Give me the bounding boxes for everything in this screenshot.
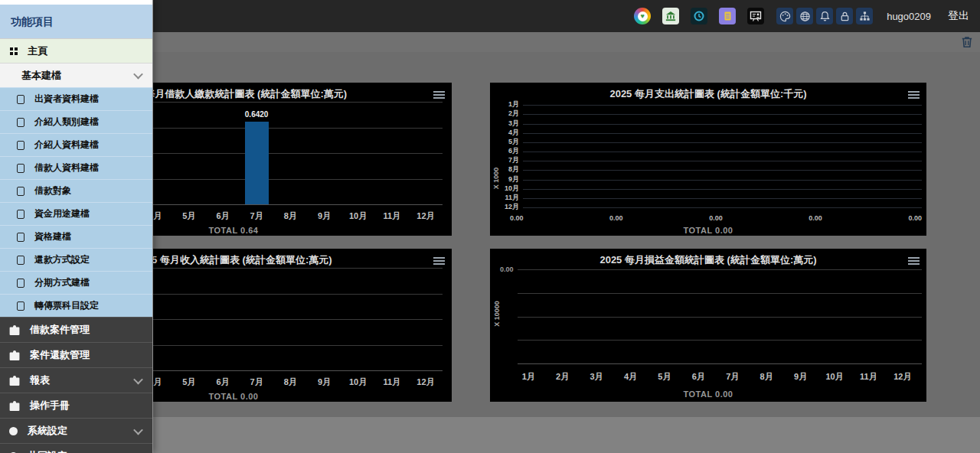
sidebar-submenu: 出資者資料建檔介紹人類別建檔介紹人資料建檔借款人資料建檔借款對象資金用途建檔資格… [0,87,152,317]
category-row: 11月 [498,191,922,200]
bar-slot [375,102,409,204]
clock-app-icon[interactable] [691,8,707,24]
month-label: 7月 [240,210,273,222]
sidebar-item-共同設定[interactable]: 共同設定 [0,443,152,453]
x-tick-label: 0.00 [908,214,922,222]
month-label: 10月 [341,376,375,388]
month-label: 8月 [750,371,783,383]
logout-button[interactable]: 登出 [948,9,969,23]
sitemap-icon[interactable] [856,8,873,24]
month-label: 11月 [375,376,409,388]
grid-icon [10,47,18,55]
month-label: 5月 [172,376,206,388]
chevron-down-icon [133,374,143,384]
row-gridline [523,124,922,125]
x-tick-label: 0.00 [709,214,723,222]
gridline [518,269,922,270]
trash-icon[interactable] [960,35,974,49]
form-icon [17,233,24,242]
chart-title: 2025 每月損益金額統計圖表 (統計金額單位:萬元) [490,253,926,267]
month-label: 3月 [580,371,613,383]
category-row: 12月 [498,200,922,210]
category-label: 12月 [498,204,523,210]
chart-panel-monthly-profit: 2025 每月損益金額統計圖表 (統計金額單位:萬元) 0.00 X 10000… [490,249,926,402]
sidebar-item-label: 還款方式設定 [34,253,90,266]
month-label: 9月 [783,371,817,383]
row-gridline [523,133,922,134]
bar-slot [409,268,443,370]
x-tick-label: 0.00 [510,214,524,222]
form-icon [17,301,24,311]
month-label: 9月 [307,210,341,222]
briefcase-icon [9,401,20,411]
bar-slot [206,102,240,204]
form-icon [17,256,24,265]
sidebar-submenu-item[interactable]: 介紹人類別建檔 [0,110,152,133]
month-label: 12月 [409,210,443,222]
bar-slot [206,268,240,370]
bar-slot [172,102,206,204]
sidebar-item-label: 案件還款管理 [30,348,90,362]
sidebar-menu: 功能項目 主頁 基本建檔 出資者資料建檔介紹人類別建檔介紹人資料建檔借款人資料建… [0,0,153,453]
lock-icon[interactable] [836,8,853,24]
heart-swirl-logo-icon[interactable]: ♥ [634,8,651,24]
hamburger-menu-icon[interactable] [908,256,920,266]
form-icon [17,141,24,150]
bar-slot [409,102,443,204]
month-label: 1月 [511,371,545,383]
month-label: 6月 [206,210,240,222]
sidebar-sections: 借款案件管理案件還款管理報表操作手冊系統設定共同設定 [0,317,152,453]
hamburger-menu-icon[interactable] [433,90,445,100]
form-icon [17,118,24,127]
category-row: 3月 [498,116,922,125]
chart-y-tick-label: 0.00 [500,266,514,273]
system-icon-group [776,8,873,24]
sidebar-item-home[interactable]: 主頁 [0,38,152,63]
sidebar-submenu-item[interactable]: 還款方式設定 [0,248,152,271]
month-label: 12月 [886,371,920,383]
palette-icon[interactable] [776,8,793,24]
sidebar-submenu-item[interactable]: 出資者資料建檔 [0,87,152,110]
sidebar-submenu-item[interactable]: 借款人資料建檔 [0,156,152,179]
presentation-board-icon[interactable] [747,8,764,24]
sidebar-item-案件還款管理[interactable]: 案件還款管理 [0,342,152,367]
sidebar-item-label: 操作手冊 [30,399,70,412]
month-label: 6月 [681,371,715,383]
month-label: 9月 [307,376,341,388]
sidebar-group-basic-setup[interactable]: 基本建檔 [0,63,152,87]
sidebar-item-label: 轉傳票科目設定 [34,299,99,312]
chevron-down-icon [133,70,143,80]
sidebar-item-label: 報表 [30,373,50,387]
bell-icon[interactable] [816,8,833,24]
sidebar-item-系統設定[interactable]: 系統設定 [0,418,152,443]
sidebar-item-報表[interactable]: 報表 [0,367,152,393]
globe-icon[interactable] [796,8,813,24]
sidebar-submenu-item[interactable]: 介紹人資料建檔 [0,133,152,156]
sidebar-item-label: 借款案件管理 [30,323,90,337]
gridline [518,317,922,318]
gridline [518,363,922,364]
sidebar-item-操作手冊[interactable]: 操作手冊 [0,393,152,418]
sidebar-item-借款案件管理[interactable]: 借款案件管理 [0,317,152,342]
scroll-app-icon[interactable] [719,8,736,24]
category-label: 10月 [498,185,523,192]
category-row: 6月 [498,145,922,154]
row-gridline [523,152,922,152]
row-gridline [523,189,922,190]
row-gridline [523,142,922,143]
month-label: 5月 [648,371,681,383]
sidebar-submenu-item[interactable]: 借款對象 [0,179,152,202]
category-row: 8月 [498,163,922,172]
hamburger-menu-icon[interactable] [433,256,445,266]
username-label[interactable]: hugo0209 [887,11,931,22]
bank-building-icon[interactable] [662,8,679,24]
bar-slot [172,268,206,370]
sidebar-submenu-item[interactable]: 資金用途建檔 [0,202,152,225]
category-row: 7月 [498,154,922,163]
sidebar-submenu-item[interactable]: 轉傳票科目設定 [0,294,152,317]
month-label: 4月 [613,371,647,383]
sidebar-item-label: 資格建檔 [34,230,71,243]
sidebar-submenu-item[interactable]: 資格建檔 [0,225,152,248]
category-label: 5月 [498,139,523,145]
sidebar-submenu-item[interactable]: 分期方式建檔 [0,271,152,294]
